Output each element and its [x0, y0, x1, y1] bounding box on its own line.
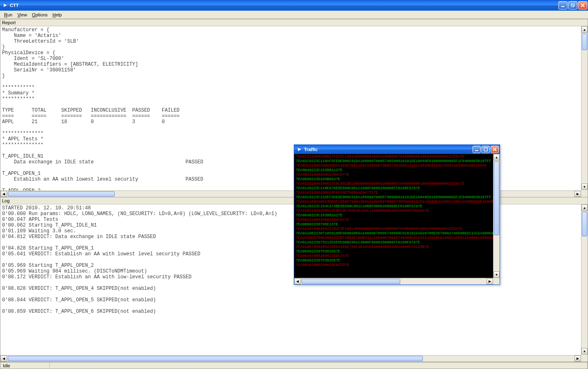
statusbar: Idle — [0, 362, 588, 369]
traffic-line: 7EA0080223075382D57E — [296, 250, 498, 254]
menu-help[interactable]: Help — [50, 11, 65, 18]
log-scrollbar-vertical[interactable]: ▲ ▼ — [581, 204, 588, 355]
scroll-thumb[interactable] — [8, 356, 423, 361]
traffic-line: 7EA01B21000200023E8FC6E700D4E10AC2100080… — [296, 209, 498, 213]
svg-line-5 — [581, 4, 584, 7]
traffic-line: 7EA00A2100020002704C877E — [296, 218, 498, 222]
scroll-right-icon[interactable]: ▶ — [574, 191, 581, 197]
traffic-line: 7EA00002230795E137E — [296, 222, 498, 227]
traffic-minimize-button[interactable] — [473, 146, 481, 153]
traffic-scrollbar-horizontal[interactable]: ◀ ▶ — [294, 278, 493, 284]
scroll-down-icon[interactable]: ▼ — [581, 348, 588, 355]
svg-rect-1 — [561, 6, 565, 7]
restore-button[interactable] — [568, 1, 577, 9]
status-empty — [50, 362, 588, 369]
traffic-line: 7EA0040223C1538B1A27E — [296, 213, 498, 218]
scroll-thumb[interactable] — [582, 212, 587, 236]
traffic-line: 7EA01A0223073215E6E6E600C001C4000F000028… — [296, 241, 498, 245]
traffic-line: 7EA02321000200027F6C5C100140500000400602… — [296, 155, 498, 159]
traffic-line: 7EA0230700020023702C5E100140500000000602… — [296, 227, 498, 231]
svg-rect-7 — [475, 150, 478, 151]
svg-rect-3 — [571, 5, 574, 7]
status-text: Idle — [0, 362, 50, 369]
scroll-thumb[interactable] — [494, 161, 499, 235]
scroll-left-icon[interactable]: ◀ — [0, 355, 7, 362]
traffic-maximize-button[interactable] — [482, 146, 490, 153]
menu-view[interactable]: View — [15, 11, 30, 18]
traffic-line: 7EA02321000200027F6C581B0140500000400602… — [296, 182, 498, 186]
scroll-down-icon[interactable]: ▼ — [581, 183, 588, 190]
traffic-line: 7EA01A0223C154C674BE8E600C001C1000F00002… — [296, 204, 498, 209]
traffic-text[interactable]: 7EA02321000200027F6C5C100140500000400602… — [294, 154, 500, 268]
scroll-corner — [493, 278, 500, 284]
traffic-line: 7EA02A100020023DE0F29E6E700012841A109000… — [296, 200, 498, 204]
traffic-line: 7EA01021000200025F0FC6E700D00E0A7717E — [296, 191, 498, 195]
menu-options[interactable]: Options — [30, 11, 50, 18]
scroll-thumb[interactable] — [582, 34, 587, 50]
scroll-down-icon[interactable]: ▼ — [493, 271, 500, 278]
main-titlebar: CTT — [0, 0, 588, 11]
svg-line-10 — [493, 148, 496, 151]
traffic-icon — [297, 147, 302, 152]
scroll-right-icon[interactable]: ▶ — [487, 278, 493, 284]
svg-marker-0 — [4, 4, 7, 7]
traffic-line: 7EA00A2100020002704C877E — [296, 173, 498, 177]
window-title: CTT — [10, 3, 18, 8]
traffic-line: 7EA02C0223C132EF5DE8E000C01DA10500070005… — [296, 195, 498, 200]
traffic-line: 7EA2D30C070002002323EF29E6E700B341A10900… — [296, 236, 498, 241]
report-scrollbar-vertical[interactable]: ▲ ▼ — [581, 26, 588, 190]
scroll-thumb[interactable] — [8, 191, 115, 197]
traffic-title-text: Traffic — [304, 147, 318, 152]
report-panel-label: Report — [0, 19, 588, 26]
scroll-thumb[interactable] — [302, 279, 400, 284]
traffic-line: 7EA0080223D195BD647E — [296, 177, 498, 182]
log-scrollbar-horizontal[interactable]: ◀ ▶ — [0, 355, 581, 362]
scroll-right-icon[interactable]: ▶ — [574, 355, 581, 362]
menubar: Run View Options Help — [0, 11, 588, 19]
traffic-line: 7EA00A07000200023F8CD37E — [296, 263, 498, 268]
scroll-corner — [581, 190, 588, 197]
menu-run[interactable]: Run — [2, 11, 15, 18]
traffic-line: 7EA0090223075382D57E — [296, 259, 498, 263]
traffic-close-button[interactable] — [491, 146, 499, 153]
svg-rect-8 — [484, 148, 487, 151]
minimize-button[interactable] — [558, 1, 567, 9]
scroll-left-icon[interactable]: ◀ — [0, 191, 7, 197]
traffic-line: 7EA0040223C1538B1A27E — [296, 168, 498, 173]
svg-line-9 — [493, 148, 496, 151]
traffic-window[interactable]: Traffic 7EA02321000200027F6C5C1001405000… — [294, 144, 500, 285]
traffic-line: 7EA01A0223C110E670E8E600C001C1000F000028… — [296, 186, 498, 191]
scroll-left-icon[interactable]: ◀ — [294, 278, 301, 284]
traffic-body: 7EA02321000200027F6C5C100140500000400602… — [294, 154, 500, 284]
scroll-corner — [581, 355, 588, 362]
app-icon — [2, 2, 8, 8]
svg-rect-2 — [572, 3, 574, 6]
traffic-line: 7EA04100223071050108E86006006A1090007000… — [296, 231, 498, 236]
traffic-line: 7EA02C0223C110AF5FE0E000C01DA10900070005… — [296, 159, 498, 164]
scroll-up-icon[interactable]: ▲ — [581, 26, 588, 33]
close-button[interactable] — [578, 1, 587, 9]
traffic-line: 7EA03A218002000200041E6E70011D9A10000070… — [296, 164, 498, 168]
scroll-up-icon[interactable]: ▲ — [581, 204, 588, 211]
svg-line-4 — [581, 4, 584, 7]
svg-marker-6 — [298, 148, 301, 151]
traffic-line: 7EA01B070002002328041E6E700C4E10A0100080… — [296, 245, 498, 250]
traffic-titlebar[interactable]: Traffic — [294, 145, 500, 154]
traffic-line: 7EA00A0700020002720A7A7E — [296, 254, 498, 259]
scroll-up-icon[interactable]: ▲ — [493, 154, 500, 160]
traffic-scrollbar-vertical[interactable]: ▲ ▼ — [493, 154, 500, 278]
